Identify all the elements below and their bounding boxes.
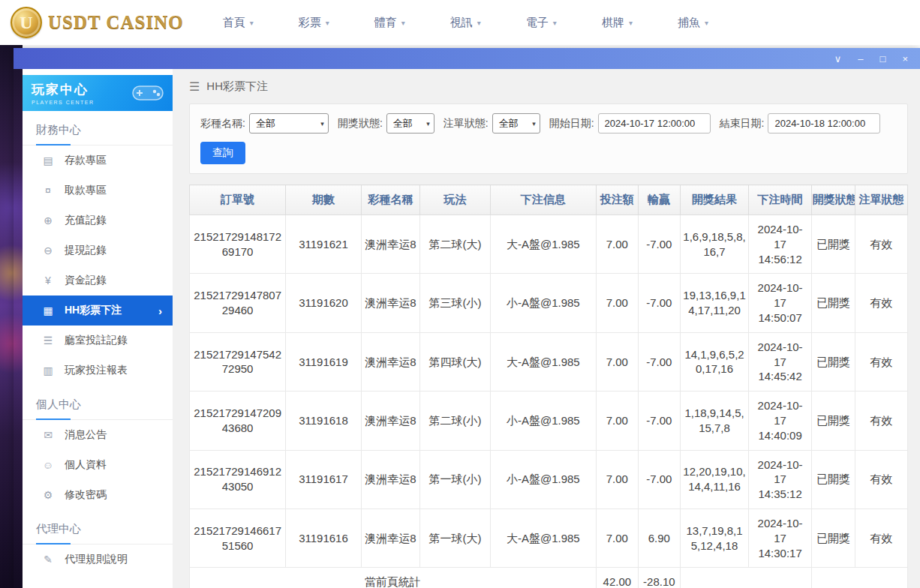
recharge-records-icon: ⊕ bbox=[42, 214, 54, 226]
sidebar-item-messages[interactable]: ✉消息公告 bbox=[23, 420, 173, 450]
table-cell: 2024-10-17 14:56:12 bbox=[749, 215, 811, 274]
table-cell: 澳洲幸运8 bbox=[361, 215, 419, 274]
table-cell: 大-A盤@1.985 bbox=[490, 215, 596, 274]
bets-table: 訂單號期數彩種名稱玩法下注信息投注額輸贏開獎結果下注時間開獎狀態注單狀態 215… bbox=[189, 184, 908, 588]
table-cell: 7.00 bbox=[596, 392, 638, 450]
column-header: 玩法 bbox=[420, 185, 491, 215]
start-date-input[interactable] bbox=[598, 113, 711, 134]
nav-item-label: 棋牌 bbox=[602, 16, 624, 30]
sidebar-item-label: 消息公告 bbox=[65, 428, 107, 442]
filter-row: 彩種名稱:全部▾開獎狀態:全部▾注單狀態:全部▾開始日期:結束日期: bbox=[200, 113, 897, 134]
sidebar-menu: 財務中心▤存款專區¤取款專區⊕充值記錄⊖提現記錄¥資金記錄▦HH彩票下注›☰廳室… bbox=[23, 111, 173, 574]
nav-item-label: 電子 bbox=[526, 16, 549, 30]
table-cell: -7.00 bbox=[639, 450, 681, 508]
table-cell: 第二球(小) bbox=[420, 392, 491, 450]
menu-toggle-icon[interactable]: ☰ bbox=[189, 80, 200, 94]
window-minimize-icon[interactable]: – bbox=[858, 54, 863, 64]
window-collapse-icon[interactable]: ∨ bbox=[834, 54, 842, 64]
table-cell: 31191621 bbox=[286, 215, 361, 274]
table-row: 215217291475427295031191619澳洲幸运8第四球(大)大-… bbox=[190, 332, 908, 391]
table-cell: 7.00 bbox=[596, 508, 638, 567]
nav-item-label: 體育 bbox=[374, 16, 397, 30]
sidebar-item-recharge-records[interactable]: ⊕充值記錄 bbox=[23, 206, 173, 236]
gamepad-icon bbox=[131, 82, 165, 104]
breadcrumb: ☰ HH彩票下注 bbox=[189, 69, 908, 104]
draw-status-select[interactable]: 全部▾ bbox=[386, 113, 434, 134]
sidebar-item-withdraw[interactable]: ¤取款專區 bbox=[23, 176, 173, 206]
table-cell: 31191620 bbox=[286, 274, 361, 332]
table-cell: 2024-10-17 14:35:12 bbox=[749, 450, 811, 508]
table-cell: 有效 bbox=[855, 332, 908, 391]
main-content: ☰ HH彩票下注 彩種名稱:全部▾開獎狀態:全部▾注單狀態:全部▾開始日期:結束… bbox=[173, 69, 920, 588]
sidebar-item-profile[interactable]: ☺個人資料 bbox=[23, 450, 173, 480]
sidebar-item-change-password[interactable]: ⚙修改密碼 bbox=[23, 480, 173, 510]
column-header: 期數 bbox=[286, 185, 361, 215]
lottery-name-label: 彩種名稱: bbox=[200, 117, 245, 130]
lottery-name-select[interactable]: 全部▾ bbox=[249, 113, 329, 134]
table-cell: 第四球(大) bbox=[420, 332, 491, 391]
sidebar-item-room-bet-records[interactable]: ☰廳室投註記錄 bbox=[23, 326, 173, 356]
top-navbar: U USDT CASINO 首頁▾彩票▾體育▾視訊▾電子▾棋牌▾捕魚▾ bbox=[0, 0, 920, 45]
nav-item-home[interactable]: 首頁▾ bbox=[223, 16, 254, 30]
table-cell: 31191617 bbox=[286, 450, 361, 508]
nav-item-label: 彩票 bbox=[299, 16, 321, 30]
chevron-down-icon: ▾ bbox=[426, 120, 430, 128]
window-titlebar[interactable]: ∨–□× bbox=[14, 48, 920, 69]
table-cell: 有效 bbox=[855, 450, 908, 508]
logo-text: USDT CASINO bbox=[48, 12, 184, 33]
nav-item-video[interactable]: 視訊▾ bbox=[450, 16, 481, 30]
table-cell: 大-A盤@1.985 bbox=[490, 332, 596, 391]
page-title: HH彩票下注 bbox=[206, 80, 268, 94]
nav-item-lottery[interactable]: 彩票▾ bbox=[299, 16, 329, 30]
table-cell: 7.00 bbox=[596, 450, 638, 508]
table-cell: 2152172914691243050 bbox=[190, 450, 286, 508]
window-close-icon[interactable]: × bbox=[902, 54, 908, 64]
end-date-input[interactable] bbox=[768, 113, 880, 134]
nav-item-chess[interactable]: 棋牌▾ bbox=[602, 16, 633, 30]
table-cell: 已開獎 bbox=[811, 450, 855, 508]
bet-status-select[interactable]: 全部▾ bbox=[492, 113, 540, 134]
table-cell: 2152172914780729460 bbox=[190, 274, 286, 332]
table-cell: 已開獎 bbox=[811, 508, 855, 567]
sidebar: 玩家中心 PLAYERS CENTER 財務中心▤存款專區¤取款專區⊕充值記錄⊖… bbox=[23, 69, 173, 588]
sidebar-title: 玩家中心 bbox=[32, 81, 95, 98]
messages-icon: ✉ bbox=[42, 429, 54, 441]
chevron-down-icon: ▾ bbox=[629, 19, 633, 27]
table-cell: 已開獎 bbox=[811, 392, 855, 450]
sidebar-item-withdrawal-records[interactable]: ⊖提現記錄 bbox=[23, 236, 173, 266]
search-button[interactable]: 查詢 bbox=[200, 142, 245, 164]
column-header: 下注時間 bbox=[749, 185, 811, 215]
sidebar-subtitle: PLAYERS CENTER bbox=[32, 100, 95, 105]
nav-item-fishing[interactable]: 捕魚▾ bbox=[678, 16, 708, 30]
table-cell: 2152172914720943680 bbox=[190, 392, 286, 450]
summary-label: 當前頁統計 bbox=[190, 568, 597, 588]
start-date-group: 開始日期: bbox=[549, 113, 711, 134]
player-bet-report-icon: ▥ bbox=[42, 364, 54, 376]
window-maximize-icon[interactable]: □ bbox=[880, 54, 886, 64]
table-cell: 第三球(小) bbox=[420, 274, 491, 332]
table-row: 215217291466175156031191616澳洲幸运8第一球(大)大-… bbox=[190, 508, 908, 567]
table-cell: 2024-10-17 14:45:42 bbox=[749, 332, 811, 391]
table-cell: 2024-10-17 14:30:17 bbox=[749, 508, 811, 567]
deposit-icon: ▤ bbox=[42, 154, 54, 166]
table-cell: -7.00 bbox=[639, 332, 681, 391]
sidebar-item-label: 提現記錄 bbox=[65, 244, 107, 257]
sidebar-item-label: 充值記錄 bbox=[65, 214, 107, 227]
sidebar-section-title: 代理中心 bbox=[23, 522, 173, 544]
sidebar-item-deposit[interactable]: ▤存款專區 bbox=[23, 146, 173, 176]
sidebar-item-label: 修改密碼 bbox=[65, 488, 107, 502]
table-cell: 第二球(大) bbox=[420, 215, 491, 274]
main-nav: 首頁▾彩票▾體育▾視訊▾電子▾棋牌▾捕魚▾ bbox=[223, 16, 708, 30]
sidebar-item-funds-records[interactable]: ¥資金記錄 bbox=[23, 266, 173, 296]
filter-panel: 彩種名稱:全部▾開獎狀態:全部▾注單狀態:全部▾開始日期:結束日期: 查詢 bbox=[189, 104, 908, 174]
sidebar-item-hh-lottery-bets[interactable]: ▦HH彩票下注› bbox=[23, 296, 173, 326]
window-body: 玩家中心 PLAYERS CENTER 財務中心▤存款專區¤取款專區⊕充值記錄⊖… bbox=[14, 69, 920, 588]
site-logo[interactable]: U USDT CASINO bbox=[11, 7, 184, 38]
nav-item-electronic[interactable]: 電子▾ bbox=[526, 16, 557, 30]
chevron-down-icon: ▾ bbox=[326, 19, 329, 27]
nav-item-sports[interactable]: 體育▾ bbox=[374, 16, 405, 30]
sidebar-item-player-bet-report[interactable]: ▥玩家投注報表 bbox=[23, 356, 173, 386]
table-cell: 1,6,9,18,5,8,16,7 bbox=[680, 215, 749, 274]
table-cell: 13,7,19,8,15,12,4,18 bbox=[680, 508, 749, 567]
sidebar-item-agent-rules[interactable]: ✎代理規則說明 bbox=[23, 544, 173, 574]
